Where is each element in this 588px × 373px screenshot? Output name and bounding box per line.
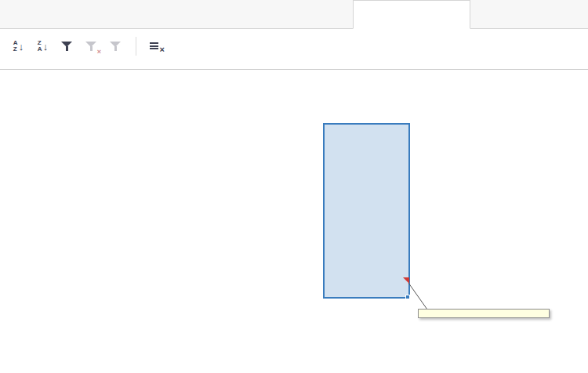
clear-filter-funnel-icon [85, 41, 97, 52]
fill-handle[interactable] [405, 295, 410, 299]
arrow-down-icon [43, 39, 49, 53]
x-mark-icon [97, 49, 101, 56]
tab-insert[interactable] [118, 0, 235, 28]
arrow-down-icon [19, 39, 24, 53]
sort-az-icon [13, 40, 18, 53]
tab-review[interactable] [470, 0, 588, 28]
sort-za-icon [38, 40, 42, 53]
tab-data[interactable] [353, 0, 470, 29]
tab-formulas[interactable] [235, 0, 353, 28]
filter-button[interactable] [55, 35, 79, 57]
sort-ascending-button[interactable] [6, 35, 31, 57]
clear-filter-button[interactable] [79, 35, 103, 57]
selection-range [323, 123, 410, 299]
reapply-filter-funnel-icon [110, 41, 122, 52]
sort-descending-button[interactable] [31, 35, 55, 57]
ribbon-tab-bar [0, 0, 588, 29]
validation-tooltip [418, 309, 550, 318]
filter-funnel-icon [61, 41, 73, 52]
toolbar-separator [136, 37, 136, 56]
grid-overlay [0, 70, 588, 373]
clear-validation-circles-button[interactable] [144, 35, 169, 57]
clear-validation-circles-icon [150, 41, 163, 52]
tab-home[interactable] [0, 0, 118, 28]
spreadsheet-app [0, 0, 588, 373]
comment-marker [403, 277, 409, 284]
column-header-row [0, 70, 588, 85]
reapply-filter-button[interactable] [103, 35, 128, 57]
toolbar [0, 29, 588, 63]
spreadsheet-grid [0, 69, 588, 373]
comment-connector-line [0, 70, 588, 373]
